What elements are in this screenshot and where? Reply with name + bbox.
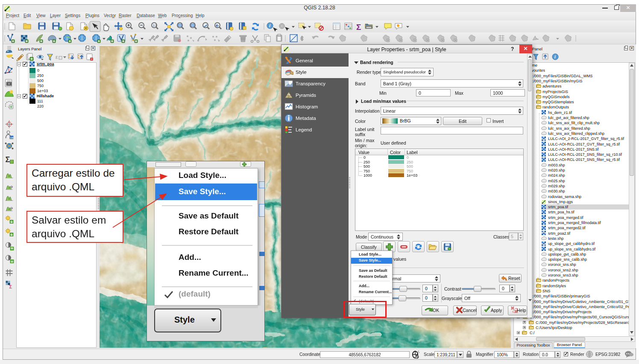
svg-text:Σ: Σ	[9, 284, 12, 289]
svg-text:DB: DB	[10, 137, 14, 139]
svg-text:↻: ↻	[416, 355, 419, 359]
svg-text:Σ: Σ	[356, 23, 361, 32]
svg-text:1:1: 1:1	[153, 24, 157, 27]
svg-text:ε: ε	[56, 54, 58, 60]
svg-text:i: i	[554, 55, 556, 59]
svg-text:Σ: Σ	[6, 155, 10, 164]
